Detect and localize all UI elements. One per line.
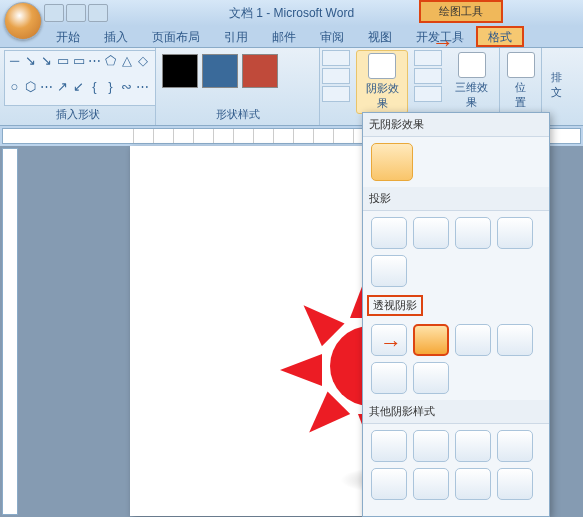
shadow-perspective-option[interactable] (371, 362, 407, 394)
tab-format[interactable]: 格式 (476, 26, 524, 47)
shape-outline-button[interactable] (322, 68, 350, 84)
shadow-effects-dropdown: 无阴影效果 投影 透视阴影 其他阴影样式 (362, 112, 550, 517)
callout-arrow-perspective: → (380, 330, 402, 356)
ribbon-fill-outline (320, 48, 352, 125)
callout-arrow-format: → (432, 30, 454, 56)
text-label[interactable]: 文 (546, 85, 566, 100)
shadow-option[interactable] (413, 217, 449, 249)
shadow-option[interactable] (371, 217, 407, 249)
shape-fill-button[interactable] (322, 50, 350, 66)
tab-references[interactable]: 引用 (212, 26, 260, 47)
contextual-tab-drawing-tools[interactable]: 绘图工具 (419, 0, 503, 23)
style-swatch-1[interactable] (162, 54, 198, 88)
tab-page-layout[interactable]: 页面布局 (140, 26, 212, 47)
document-page[interactable] (130, 146, 362, 516)
dd-title-other-styles: 其他阴影样式 (363, 400, 549, 424)
tab-home[interactable]: 开始 (44, 26, 92, 47)
shadow-effects-icon (368, 53, 396, 79)
shadow-other-option[interactable] (413, 430, 449, 462)
ribbon-group-shape-styles: 形状样式 (156, 48, 320, 125)
dd-title-drop-shadow: 投影 (363, 187, 549, 211)
dd-title-perspective: 透视阴影 (367, 295, 423, 316)
shadow-effects-button[interactable]: 阴影效果 (356, 50, 408, 114)
tab-mailings[interactable]: 邮件 (260, 26, 308, 47)
position-icon (507, 52, 535, 78)
shape-pentagon[interactable]: ⬠ (103, 53, 118, 68)
ribbon-tabs: 开始 插入 页面布局 引用 邮件 审阅 视图 开发工具 格式 (0, 26, 583, 48)
three-d-effects-button[interactable]: 三维效果 (448, 50, 495, 112)
shadow-other-option[interactable] (371, 430, 407, 462)
shape-more1[interactable]: ⋯ (87, 53, 102, 68)
tab-view[interactable]: 视图 (356, 26, 404, 47)
quick-access-toolbar (44, 4, 108, 22)
shadow-perspective-option[interactable] (455, 324, 491, 356)
shape-diamond[interactable]: ◇ (135, 53, 150, 68)
shadow-other-option[interactable] (371, 468, 407, 500)
qat-redo[interactable] (88, 4, 108, 22)
group-label-shape-styles: 形状样式 (160, 106, 315, 123)
shape-line[interactable]: ─ (7, 53, 22, 68)
ribbon-group-insert-shapes: ─ ↘ ↘ ▭ ▭ ⋯ ⬠ △ ◇ ○ ⬡ ⋯ ↗ ↙ { } ∾ ⋯ 插入形状 (0, 48, 156, 125)
arrange-label[interactable]: 排 (546, 70, 566, 85)
shape-more3[interactable]: ⋯ (135, 79, 150, 94)
three-d-label: 三维效果 (454, 80, 489, 110)
position-button[interactable]: 位置 (504, 50, 537, 112)
shadow-perspective-option[interactable] (497, 324, 533, 356)
tab-review[interactable]: 审阅 (308, 26, 356, 47)
shape-brace-l[interactable]: { (87, 79, 102, 94)
shadow-nudge-mid[interactable] (414, 68, 442, 84)
shape-arrow-ne[interactable]: ↗ (55, 79, 70, 94)
shadow-option-none[interactable] (371, 143, 413, 181)
shadow-other-option[interactable] (497, 468, 533, 500)
shadow-option[interactable] (497, 217, 533, 249)
shape-brace-r[interactable]: } (103, 79, 118, 94)
vertical-ruler[interactable] (2, 148, 18, 515)
shape-rect2[interactable]: ▭ (71, 53, 86, 68)
sun-ray (292, 294, 344, 346)
shadow-other-option[interactable] (413, 468, 449, 500)
sun-ray (298, 391, 350, 443)
shadow-other-option[interactable] (455, 430, 491, 462)
sun-ray (280, 354, 322, 386)
shape-arrow[interactable]: ↘ (23, 53, 38, 68)
shape-arrow-sw[interactable]: ↙ (71, 79, 86, 94)
office-button[interactable] (4, 2, 42, 40)
position-label: 位置 (510, 80, 531, 110)
shadow-other-option[interactable] (455, 468, 491, 500)
group-label-insert-shapes: 插入形状 (4, 106, 151, 123)
window-title: 文档 1 - Microsoft Word (229, 5, 354, 22)
shapes-gallery[interactable]: ─ ↘ ↘ ▭ ▭ ⋯ ⬠ △ ◇ ○ ⬡ ⋯ ↗ ↙ { } ∾ ⋯ (4, 50, 156, 106)
style-swatch-2[interactable] (202, 54, 238, 88)
qat-undo[interactable] (66, 4, 86, 22)
shape-hexagon[interactable]: ⬡ (23, 79, 38, 94)
three-d-icon (458, 52, 486, 78)
style-swatch-3[interactable] (242, 54, 278, 88)
dd-title-no-shadow: 无阴影效果 (363, 113, 549, 137)
qat-save[interactable] (44, 4, 64, 22)
shadow-option[interactable] (371, 255, 407, 287)
shadow-effects-label: 阴影效果 (363, 81, 401, 111)
shape-more2[interactable]: ⋯ (39, 79, 54, 94)
shape-circle[interactable]: ○ (7, 79, 22, 94)
shape-rect[interactable]: ▭ (55, 53, 70, 68)
shape-curve[interactable]: ∾ (119, 79, 134, 94)
shape-change-button[interactable] (322, 86, 350, 102)
shadow-option[interactable] (455, 217, 491, 249)
shape-triangle[interactable]: △ (119, 53, 134, 68)
shadow-perspective-selected[interactable] (413, 324, 449, 356)
shadow-nudge-down[interactable] (414, 86, 442, 102)
shape-arrow2[interactable]: ↘ (39, 53, 54, 68)
tab-insert[interactable]: 插入 (92, 26, 140, 47)
shadow-other-option[interactable] (497, 430, 533, 462)
shadow-perspective-option[interactable] (413, 362, 449, 394)
